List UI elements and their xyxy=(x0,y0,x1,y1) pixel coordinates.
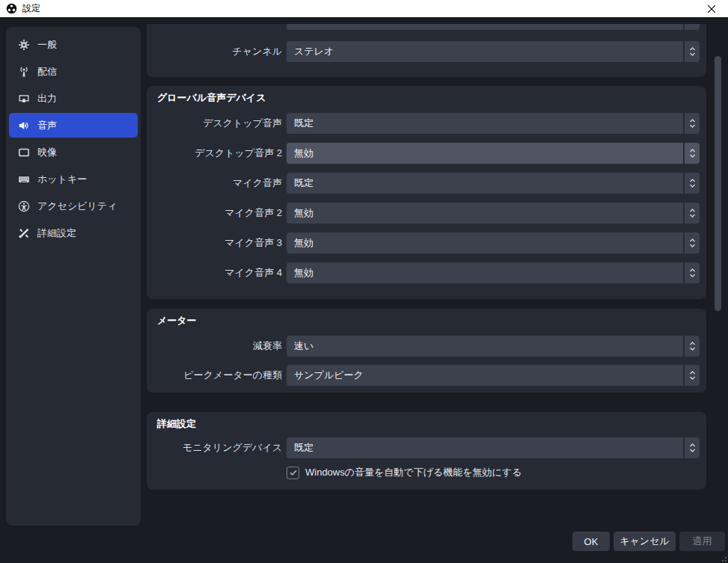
chevron-up-down-icon xyxy=(689,117,696,129)
sidebar-item-label: 配信 xyxy=(37,65,57,79)
output-icon xyxy=(18,93,30,105)
desktop-audio-combobox[interactable]: 既定 xyxy=(287,113,700,134)
broadcast-icon xyxy=(18,66,30,78)
sidebar-item-label: アクセシビリティ xyxy=(37,200,117,213)
sidebar-item-label: 詳細設定 xyxy=(37,227,76,240)
channel-label: チャンネル xyxy=(147,41,282,62)
combo-value: 既定 xyxy=(287,176,683,190)
sidebar-item-video[interactable]: 映像 xyxy=(9,140,138,164)
tools-icon xyxy=(18,227,30,239)
cancel-button[interactable]: キャンセル xyxy=(614,532,676,551)
chevron-up-down-icon xyxy=(689,267,696,279)
mic-audio-2-label: マイク音声 2 xyxy=(147,203,282,224)
combo-value: 既定 xyxy=(287,117,683,130)
display-icon xyxy=(18,147,30,159)
mic-audio-4-label: マイク音声 4 xyxy=(147,262,282,283)
peak-meter-type-label: ピークメーターの種類 xyxy=(147,365,282,386)
desktop-audio-2-combobox[interactable]: 無効 xyxy=(287,143,700,164)
section-header: グローバル音声デバイス xyxy=(157,91,266,105)
monitoring-device-combobox[interactable]: 既定 xyxy=(287,437,700,458)
mic-audio-3-label: マイク音声 3 xyxy=(147,233,282,253)
chevron-up-down-icon xyxy=(689,369,696,381)
section-meters: メーター 減衰率 速い ピークメーターの種類 サンプルピーク xyxy=(147,309,706,393)
gear-icon xyxy=(18,39,30,51)
audio-ducking-row: Windowsの音量を自動で下げる機能を無効にする xyxy=(287,466,521,479)
combo-value: 既定 xyxy=(287,441,683,455)
combo-value: サンプルピーク xyxy=(287,369,683,382)
monitoring-device-label: モニタリングデバイス xyxy=(147,437,282,458)
combo-value: 無効 xyxy=(287,266,683,280)
sidebar-item-label: 音声 xyxy=(37,119,57,132)
settings-sidebar: 一般 配信 出力 音声 映像 ホットキー アクセシビリティ 詳細設定 xyxy=(6,27,141,526)
section-header: メーター xyxy=(157,314,197,327)
combo-value: 無効 xyxy=(287,236,683,250)
clipped-combobox[interactable] xyxy=(287,24,700,30)
desktop-audio-label: デスクトップ音声 xyxy=(147,113,282,134)
ok-button[interactable]: OK xyxy=(572,532,610,551)
mic-audio-3-combobox[interactable]: 無効 xyxy=(287,233,700,253)
chevron-up-down-icon xyxy=(689,442,696,454)
sidebar-item-general[interactable]: 一般 xyxy=(9,32,138,57)
sidebar-item-advanced[interactable]: 詳細設定 xyxy=(9,221,138,245)
chevron-up-down-icon xyxy=(689,207,696,219)
sidebar-item-label: 映像 xyxy=(37,146,57,159)
sidebar-item-output[interactable]: 出力 xyxy=(9,86,138,111)
sidebar-item-stream[interactable]: 配信 xyxy=(9,59,138,84)
window-resize-grip[interactable] xyxy=(719,554,727,562)
titlebar: 設定 xyxy=(0,0,728,17)
window-title: 設定 xyxy=(22,2,40,15)
chevron-up-down-icon xyxy=(689,46,696,58)
close-button[interactable] xyxy=(694,0,728,17)
section-global-audio-devices: グローバル音声デバイス デスクトップ音声 既定 デスクトップ音声 2 無効 マイ… xyxy=(147,86,706,299)
mic-audio-4-combobox[interactable]: 無効 xyxy=(287,262,700,283)
chevron-up-down-icon xyxy=(689,177,696,189)
vertical-scrollbar-thumb[interactable] xyxy=(715,56,721,311)
chevron-up-down-icon xyxy=(689,237,696,249)
sidebar-item-audio[interactable]: 音声 xyxy=(9,113,138,138)
mic-audio-combobox[interactable]: 既定 xyxy=(287,173,700,194)
keyboard-icon xyxy=(18,173,30,185)
checkmark-icon xyxy=(289,468,298,477)
decay-rate-combobox[interactable]: 速い xyxy=(287,336,700,357)
peak-meter-type-combobox[interactable]: サンプルピーク xyxy=(287,365,700,386)
close-icon xyxy=(707,4,716,13)
obs-logo-icon xyxy=(6,3,17,14)
mic-audio-2-combobox[interactable]: 無効 xyxy=(287,203,700,224)
sidebar-item-accessibility[interactable]: アクセシビリティ xyxy=(9,194,138,218)
section-header: 詳細設定 xyxy=(157,417,196,431)
speaker-icon xyxy=(18,120,30,132)
sidebar-item-label: 出力 xyxy=(37,92,57,105)
audio-ducking-checkbox[interactable] xyxy=(287,467,299,479)
chevron-up-down-icon xyxy=(689,147,696,159)
decay-rate-label: 減衰率 xyxy=(147,336,282,357)
combo-value: 無効 xyxy=(287,147,683,160)
sidebar-item-label: ホットキー xyxy=(37,173,87,186)
desktop-audio-2-label: デスクトップ音声 2 xyxy=(147,143,282,164)
chevron-up-down-icon xyxy=(689,340,696,352)
channel-value: ステレオ xyxy=(287,45,683,58)
combo-value: 速い xyxy=(287,339,683,353)
sidebar-item-label: 一般 xyxy=(37,38,57,52)
channel-combobox[interactable]: ステレオ xyxy=(287,41,700,62)
mic-audio-label: マイク音声 xyxy=(147,173,282,194)
combo-value: 無効 xyxy=(287,206,683,220)
sidebar-item-hotkeys[interactable]: ホットキー xyxy=(9,167,138,191)
accessibility-icon xyxy=(18,200,30,212)
audio-ducking-label: Windowsの音量を自動で下げる機能を無効にする xyxy=(305,466,521,479)
section-advanced: 詳細設定 モニタリングデバイス 既定 Windowsの音量を自動で下げる機能を無… xyxy=(147,412,706,490)
apply-button[interactable]: 適用 xyxy=(679,532,725,551)
section-audio-general: チャンネル ステレオ xyxy=(147,24,706,77)
